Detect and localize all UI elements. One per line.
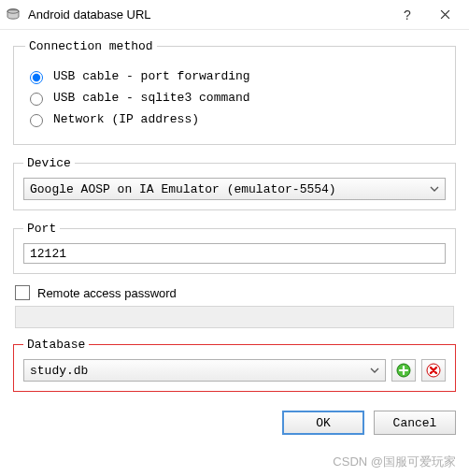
remote-password-label: Remote access password	[37, 286, 177, 300]
chevron-down-icon	[368, 368, 381, 373]
close-button[interactable]	[426, 1, 463, 29]
dialog-content: Connection method USB cable - port forwa…	[0, 30, 469, 392]
add-database-button[interactable]	[391, 359, 416, 382]
device-group: Device Google AOSP on IA Emulator (emula…	[13, 156, 456, 210]
port-group: Port	[13, 222, 456, 274]
radio-usb-port-forwarding-label: USB cable - port forwarding	[53, 69, 250, 83]
remove-database-button[interactable]	[421, 359, 446, 382]
app-icon	[6, 7, 21, 22]
remote-password-checkbox[interactable]	[15, 285, 30, 300]
radio-network-input[interactable]	[30, 114, 43, 127]
database-dropdown-value: study.db	[30, 364, 368, 378]
database-group: Database study.db	[13, 338, 456, 392]
cancel-button-label: Cancel	[393, 416, 437, 430]
radio-usb-sqlite3[interactable]: USB cable - sqlite3 command	[25, 90, 444, 106]
database-dropdown[interactable]: study.db	[23, 359, 386, 382]
radio-usb-port-forwarding[interactable]: USB cable - port forwarding	[25, 68, 444, 84]
remote-password-input	[15, 306, 454, 328]
device-legend: Device	[23, 156, 75, 170]
database-legend: Database	[23, 338, 89, 352]
watermark: CSDN @国服可爱玩家	[333, 454, 456, 470]
ok-button[interactable]: OK	[282, 411, 364, 435]
title-bar: Android database URL ?	[0, 0, 469, 30]
chevron-down-icon	[428, 186, 441, 192]
device-dropdown-value: Google AOSP on IA Emulator (emulator-555…	[30, 182, 428, 196]
ok-button-label: OK	[316, 416, 331, 430]
radio-network-label: Network (IP address)	[53, 112, 199, 126]
radio-usb-sqlite3-label: USB cable - sqlite3 command	[53, 91, 250, 105]
cancel-button[interactable]: Cancel	[374, 411, 456, 435]
port-input[interactable]	[23, 243, 446, 264]
device-dropdown[interactable]: Google AOSP on IA Emulator (emulator-555…	[23, 178, 446, 200]
radio-usb-port-forwarding-input[interactable]	[30, 71, 43, 84]
connection-method-group: Connection method USB cable - port forwa…	[13, 39, 456, 145]
port-legend: Port	[23, 222, 60, 236]
radio-network[interactable]: Network (IP address)	[25, 111, 444, 127]
connection-method-legend: Connection method	[25, 39, 157, 53]
window-title: Android database URL	[28, 7, 389, 22]
dialog-button-row: OK Cancel	[0, 403, 469, 444]
help-button[interactable]: ?	[389, 1, 426, 29]
remote-password-row[interactable]: Remote access password	[15, 285, 454, 300]
radio-usb-sqlite3-input[interactable]	[30, 93, 43, 106]
